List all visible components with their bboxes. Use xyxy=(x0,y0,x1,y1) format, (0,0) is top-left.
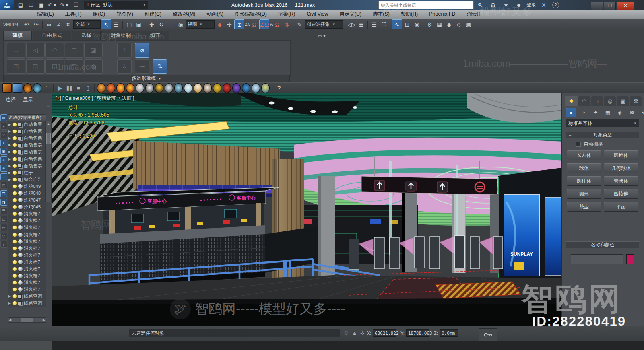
menu-liuyunku[interactable]: 溜云库 xyxy=(461,10,488,19)
vertex-mode-button[interactable]: ∴ xyxy=(7,43,25,58)
use-pivot-center-icon[interactable]: ◆ xyxy=(215,20,224,29)
select-scale-icon[interactable]: ◱ xyxy=(166,20,175,29)
preset-kettle-icon[interactable] xyxy=(165,83,173,93)
list-item[interactable]: 炸鸡047 xyxy=(8,197,46,204)
rendered-frame-icon[interactable]: ▦ xyxy=(435,20,444,29)
pin-button[interactable]: ⊶ xyxy=(135,59,149,74)
explorer-tab-select[interactable]: 选择 xyxy=(6,97,16,103)
max-app-logo[interactable]: ◗MAX xyxy=(0,0,14,10)
favorites-star-icon[interactable]: ★ xyxy=(502,1,510,9)
hierarchy-tab-icon[interactable]: ⫞ xyxy=(591,96,603,106)
collapse-down-button[interactable]: ⇩ xyxy=(117,59,132,74)
preview-subobject-button[interactable]: ◰ xyxy=(7,59,25,74)
tab-object-paint[interactable]: 对象绘制 xyxy=(101,31,140,40)
named-selection-sets-dropdown[interactable]: 创建选择集▼ xyxy=(305,20,343,29)
list-item[interactable]: 炸鸡045 xyxy=(8,204,46,210)
preview-multi-button[interactable]: ◱ xyxy=(26,59,45,74)
filter-hidden-icon[interactable]: ▭ xyxy=(0,224,7,231)
preset-fountain-icon[interactable] xyxy=(261,83,270,93)
preset-blast-icon[interactable] xyxy=(126,83,134,93)
select-rotate-icon[interactable]: ↻ xyxy=(157,20,166,29)
tab-modeling[interactable]: 建模 xyxy=(3,31,32,40)
select-move-icon[interactable]: ✚ xyxy=(147,20,156,29)
explorer-overflow-chevron[interactable]: » xyxy=(47,104,50,109)
tab-selection[interactable]: 选择 xyxy=(72,31,101,40)
schematic-view-icon[interactable]: ⊞ xyxy=(402,20,412,29)
list-item[interactable]: 消火栓7 xyxy=(8,272,46,279)
primitive-category-dropdown[interactable]: 标准基本体 ▼ xyxy=(566,119,639,127)
filter-geometry-icon[interactable]: ◕ xyxy=(0,123,7,130)
viewport-label[interactable]: [+] [ Camera006 ] [ 明暗处理 + 边面 ] xyxy=(56,95,134,102)
explorer-tab-display[interactable]: 显示 xyxy=(23,97,33,103)
border-mode-button[interactable]: ◠ xyxy=(45,43,64,58)
list-item[interactable]: ▶自动售票 xyxy=(8,135,46,142)
checkbox-icon[interactable] xyxy=(576,142,581,147)
list-item[interactable]: ▶站台广告 xyxy=(8,176,46,183)
preset-burst-icon[interactable] xyxy=(116,83,125,93)
angle-snap-icon[interactable]: ∠Ω xyxy=(259,19,269,29)
systems-category-icon[interactable]: ✣ xyxy=(639,108,644,117)
list-item[interactable]: ▶自动售票 xyxy=(8,163,46,169)
menu-edit[interactable]: 编辑(E) xyxy=(31,10,60,19)
graphite-ribbon-icon[interactable]: ⛶ xyxy=(379,20,388,29)
undo-icon[interactable]: ↶ ▾ xyxy=(47,1,56,9)
filter-advanced-icon[interactable]: ⊽ xyxy=(0,241,7,248)
stop-icon[interactable]: ■ xyxy=(74,84,83,92)
preset-ice-icon[interactable] xyxy=(184,83,192,93)
display-tab-icon[interactable]: ▣ xyxy=(617,96,629,106)
minimize-button[interactable]: — xyxy=(591,2,603,10)
search-input[interactable] xyxy=(379,3,473,8)
select-manipulate-icon[interactable]: ✣ xyxy=(225,20,234,29)
ribbon-group-label[interactable]: 多边形建模▼ xyxy=(3,75,290,82)
percent-snap-icon[interactable]: Ω xyxy=(272,20,282,29)
object-color-swatch[interactable] xyxy=(626,254,634,264)
snaps-toggle-icon[interactable]: Ω xyxy=(250,20,259,29)
selection-filter-dropdown[interactable]: 全部▼ xyxy=(73,20,101,29)
preset-blood-icon[interactable] xyxy=(223,83,231,93)
camera-viewport[interactable]: SUNPLAY xyxy=(52,93,561,326)
filter-bones-icon[interactable]: ⌁ xyxy=(0,173,7,180)
pause-icon[interactable]: ▮▮ xyxy=(65,84,73,92)
list-item[interactable]: 消火栓7 xyxy=(8,217,46,224)
window-crossing-icon[interactable]: ▣ xyxy=(134,20,143,29)
pyramid-button[interactable]: 四棱锥 xyxy=(604,189,638,199)
cameras-category-icon[interactable]: ▦ xyxy=(603,108,613,117)
list-item[interactable]: ▶自动售票 xyxy=(8,142,46,148)
comm-center-icon[interactable]: ☊ xyxy=(489,1,497,9)
workspace-dropdown[interactable]: 工作区: 默认▼ xyxy=(84,1,148,9)
save-file-icon[interactable]: ▣ xyxy=(37,1,46,9)
open-file-icon[interactable]: ❒ xyxy=(27,1,35,9)
geometry-category-icon[interactable]: ● xyxy=(566,108,576,117)
filter-lights-icon[interactable]: ☀ xyxy=(0,140,7,146)
list-item[interactable]: ▶自动售票 xyxy=(8,148,46,155)
material-editor-icon[interactable]: ◉ xyxy=(412,20,421,29)
preset-paint-icon[interactable] xyxy=(232,83,241,93)
list-item[interactable]: 炸鸡049 xyxy=(8,183,46,190)
menu-modifiers[interactable]: 修改器(M) xyxy=(167,10,201,19)
user-icon[interactable]: ☻ xyxy=(514,1,523,9)
filter-all-icon[interactable]: ◍ xyxy=(0,114,7,121)
element-mode-button[interactable]: ◪ xyxy=(84,43,103,58)
list-item[interactable]: 消火栓7 xyxy=(8,231,46,238)
list-item[interactable]: ▶线路查询 xyxy=(8,300,46,307)
filter-spacewarps-icon[interactable]: ≋ xyxy=(0,165,7,172)
preset-honey-icon[interactable] xyxy=(213,83,221,93)
maximize-button[interactable]: ❐ xyxy=(604,2,616,10)
menu-graph-editors[interactable]: 图形编辑器(D) xyxy=(229,10,272,19)
menu-help[interactable]: 帮助(H) xyxy=(395,10,423,19)
menu-phoenix-fd[interactable]: Phoenix FD xyxy=(423,10,461,19)
tab-freeform[interactable]: 自由形式 xyxy=(33,31,71,40)
fetch-icon[interactable]: ❐ xyxy=(72,1,80,9)
menu-group[interactable]: 组(G) xyxy=(87,10,111,19)
render-setup-icon[interactable]: ⚙ xyxy=(425,20,434,29)
list-item[interactable]: ▶线路查询 xyxy=(8,293,46,300)
preset-fire-icon[interactable] xyxy=(97,83,105,93)
menu-customize[interactable]: 自定义(U) xyxy=(334,10,367,19)
new-file-icon[interactable]: ▤ xyxy=(16,1,25,9)
filter-layers-icon[interactable]: ☰ xyxy=(0,207,7,214)
spinner-snap-icon[interactable]: ⇅ xyxy=(282,20,291,29)
filter-groups-icon[interactable]: ❒ xyxy=(0,190,7,197)
layer-manager-icon[interactable]: ☰ xyxy=(369,20,379,29)
box-button[interactable]: 长方体 xyxy=(567,150,601,160)
edit-named-selections-icon[interactable]: ✎ xyxy=(295,20,304,29)
